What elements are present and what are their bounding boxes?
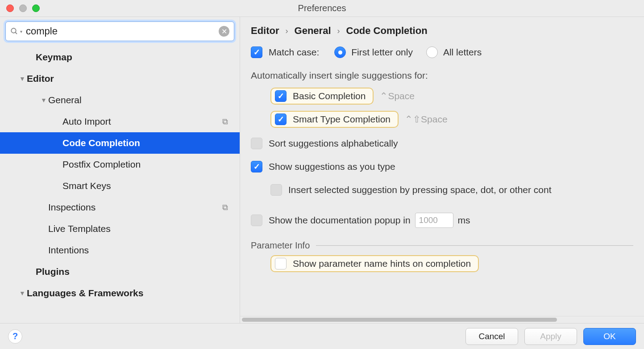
disclosure-icon: ▼ [18,290,27,297]
basic-completion-label: Basic Completion [293,91,366,101]
clear-search-icon[interactable]: ✕ [219,26,229,37]
titlebar: Preferences [0,0,644,17]
breadcrumb: Editor › General › Code Completion [240,17,644,41]
show-suggestions-checkbox[interactable] [251,161,262,172]
disclosure-icon: ▼ [18,75,27,82]
minimize-window-button[interactable] [19,4,27,12]
param-hints-label: Show parameter name hints on completion [293,258,471,269]
doc-popup-label: Show the documentation popup in [269,215,411,226]
sidebar-item-label: Code Completion [62,138,228,148]
match-case-label: Match case: [269,47,319,58]
sidebar-item-editor[interactable]: ▼Editor [0,68,240,89]
doc-popup-delay-input[interactable] [415,213,453,228]
breadcrumb-code-completion: Code Completion [346,25,428,37]
basic-completion-row: Basic Completion [270,88,374,105]
sidebar-item-label: Auto Import [62,116,222,127]
search-icon [10,27,18,35]
sidebar-item-languages-frameworks[interactable]: ▼Languages & Frameworks [0,282,240,304]
chevron-right-icon: › [286,26,288,36]
sidebar-item-label: Plugins [36,266,228,277]
zoom-window-button[interactable] [32,4,40,12]
svg-line-1 [15,32,17,34]
search-dropdown-icon[interactable]: ▾ [20,29,22,34]
horizontal-scrollbar-thumb[interactable] [242,318,557,322]
sidebar: ▾ ✕ Keymap▼Editor▼GeneralAuto Import⧉Cod… [0,17,240,323]
window-title: Preferences [298,3,346,13]
project-scope-icon: ⧉ [222,203,228,212]
breadcrumb-general[interactable]: General [295,25,331,37]
all-letters-label: All letters [443,47,482,58]
sidebar-item-keymap[interactable]: Keymap [0,46,240,68]
auto-insert-label: Automatically insert single suggestions … [251,70,428,81]
sidebar-item-intentions[interactable]: Intentions [0,240,240,261]
smart-type-completion-row: Smart Type Completion [270,111,399,128]
help-button[interactable]: ? [8,329,22,344]
sidebar-item-label: Postfix Completion [62,159,228,170]
horizontal-scrollbar[interactable] [240,316,644,323]
sidebar-item-auto-import[interactable]: Auto Import⧉ [0,111,240,132]
chevron-right-icon: › [337,26,340,36]
show-suggestions-label: Show suggestions as you type [269,161,395,172]
sidebar-item-label: Keymap [36,52,228,63]
sidebar-item-label: Live Templates [48,223,228,234]
footer: ? Cancel Apply OK [0,323,644,349]
basic-completion-checkbox[interactable] [275,90,287,102]
smart-type-completion-label: Smart Type Completion [293,114,391,125]
match-case-checkbox[interactable] [251,46,262,58]
sidebar-item-label: Languages & Frameworks [27,288,228,299]
doc-popup-ms-label: ms [458,215,470,226]
settings-body: Match case: First letter only All letter… [240,41,644,316]
close-window-button[interactable] [6,4,14,12]
apply-button[interactable]: Apply [524,328,577,345]
sidebar-item-live-templates[interactable]: Live Templates [0,218,240,240]
sidebar-item-label: Editor [27,73,228,84]
first-letter-only-radio[interactable] [334,46,346,58]
window-controls [6,4,40,12]
sidebar-item-code-completion[interactable]: Code Completion [0,132,240,154]
search-input[interactable] [26,25,219,37]
sidebar-item-label: Inspections [48,202,222,213]
sort-alphabetically-checkbox[interactable] [251,138,262,149]
project-scope-icon: ⧉ [222,117,228,126]
sidebar-item-plugins[interactable]: Plugins [0,261,240,282]
sidebar-item-general[interactable]: ▼General [0,89,240,111]
ok-button[interactable]: OK [583,328,636,345]
doc-popup-checkbox[interactable] [251,214,262,226]
breadcrumb-editor[interactable]: Editor [251,25,279,37]
category-list: Keymap▼Editor▼GeneralAuto Import⧉Code Co… [0,46,240,323]
param-hints-row: Show parameter name hints on completion [270,255,479,272]
sidebar-item-inspections[interactable]: Inspections⧉ [0,197,240,218]
search-field[interactable]: ▾ ✕ [5,21,234,41]
parameter-info-section: Parameter Info [251,240,633,251]
content-panel: Editor › General › Code Completion Match… [240,17,644,323]
sidebar-item-smart-keys[interactable]: Smart Keys [0,175,240,197]
disclosure-icon: ▼ [39,97,48,104]
sidebar-item-postfix-completion[interactable]: Postfix Completion [0,154,240,175]
smart-type-completion-checkbox[interactable] [275,114,287,125]
param-hints-checkbox[interactable] [275,258,287,269]
basic-completion-shortcut: ⌃Space [380,91,415,101]
insert-on-space-dot-label: Insert selected suggestion by pressing s… [288,185,552,195]
sort-alphabetically-label: Sort suggestions alphabetically [269,138,398,149]
insert-on-space-dot-checkbox[interactable] [270,184,282,196]
sidebar-item-label: General [48,95,228,105]
all-letters-radio[interactable] [426,46,438,58]
cancel-button[interactable]: Cancel [465,328,518,345]
smart-type-completion-shortcut: ⌃⇧Space [405,114,448,125]
sidebar-item-label: Intentions [48,245,228,256]
svg-point-0 [11,28,16,33]
first-letter-only-label: First letter only [351,47,413,58]
sidebar-item-label: Smart Keys [62,181,228,191]
